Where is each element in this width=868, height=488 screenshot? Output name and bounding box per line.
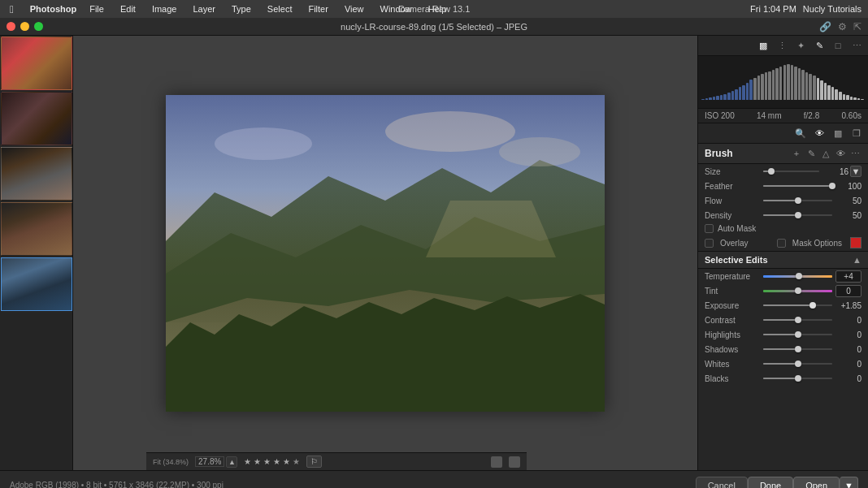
contrast-slider-thumb[interactable] [795, 317, 801, 323]
star-5[interactable]: ★ [283, 457, 290, 466]
menu-select[interactable]: Select [264, 4, 296, 14]
blacks-slider-thumb[interactable] [795, 375, 801, 382]
brush-erase-icon[interactable]: △ [819, 147, 832, 160]
open-button[interactable]: Open [793, 477, 840, 489]
star-1[interactable]: ★ [244, 457, 251, 466]
svg-point-2 [385, 111, 515, 152]
size-slider-track[interactable] [763, 171, 819, 172]
feather-slider-row: Feather 100 [698, 179, 868, 193]
more-tools-icon[interactable]: ⋯ [848, 37, 865, 54]
menu-filter[interactable]: Filter [305, 4, 331, 14]
done-button[interactable]: Done [748, 477, 793, 489]
secondary-tools-row: 🔍 👁 ▩ ❒ [698, 123, 868, 144]
close-button[interactable] [7, 22, 15, 31]
filmstrip-thumb-5[interactable] [1, 257, 72, 311]
filmstrip-thumb-3[interactable] [1, 147, 72, 201]
flag-button[interactable]: ⚐ [306, 456, 322, 468]
presets-tool-icon[interactable]: ❒ [848, 125, 865, 141]
star-6[interactable]: ★ [293, 457, 300, 466]
highlights-slider-thumb[interactable] [795, 331, 801, 338]
tint-value[interactable]: 0 [835, 285, 861, 297]
feather-slider-track[interactable] [763, 185, 832, 187]
menu-file[interactable]: File [86, 4, 107, 14]
filmstrip-thumb-2[interactable] [1, 92, 72, 145]
brush-section-header: Brush + ✎ △ 👁 ⋯ [698, 144, 868, 164]
selective-expand-icon[interactable]: ▲ [853, 255, 861, 265]
flow-slider-thumb[interactable] [795, 197, 801, 204]
layer-tool-icon[interactable]: ▩ [830, 125, 846, 141]
menu-view[interactable]: View [341, 4, 367, 14]
size-slider-thumb[interactable] [768, 168, 775, 175]
exposure-value: +1.85 [835, 301, 861, 310]
highlights-slider-row: Highlights 0 [698, 327, 868, 342]
maximize-button[interactable] [34, 22, 43, 31]
share-icon[interactable]: 🔗 [819, 21, 831, 32]
view-mode-2-icon[interactable] [509, 456, 520, 468]
density-slider-row: Density 50 [698, 208, 868, 222]
flow-slider-track[interactable] [763, 200, 832, 201]
settings-icon[interactable]: ⚙ [838, 21, 847, 32]
minimize-button[interactable] [20, 22, 29, 31]
zoom-up-button[interactable]: ▲ [226, 456, 237, 468]
star-3[interactable]: ★ [263, 457, 271, 466]
fit-label: Fit (34.8%) [153, 458, 189, 466]
brush-more-icon[interactable]: ⋯ [848, 147, 861, 160]
filmstrip-thumb-4[interactable] [1, 202, 72, 256]
menu-type[interactable]: Type [228, 4, 254, 14]
whites-slider-thumb[interactable] [795, 361, 801, 367]
shadows-slider-track[interactable] [763, 348, 832, 350]
shadows-slider-row: Shadows 0 [698, 342, 868, 356]
highlights-slider-fill [763, 334, 798, 335]
density-slider-thumb[interactable] [795, 212, 801, 218]
eye-tool-icon[interactable]: 👁 [811, 125, 827, 141]
flow-slider-row: Flow 50 [698, 193, 868, 208]
exposure-slider-track[interactable] [763, 304, 832, 306]
brush-add-icon[interactable]: + [790, 147, 803, 160]
cancel-button[interactable]: Cancel [696, 477, 748, 489]
menu-image[interactable]: Image [149, 4, 180, 14]
contrast-slider-row: Contrast 0 [698, 313, 868, 327]
highlights-slider-track[interactable] [763, 334, 832, 335]
star-2[interactable]: ★ [254, 457, 261, 466]
heal-tool-icon[interactable]: ✦ [792, 37, 809, 54]
shadows-slider-thumb[interactable] [795, 346, 801, 352]
tint-slider-track[interactable] [763, 290, 832, 292]
landscape-svg [166, 95, 605, 412]
whites-slider-track[interactable] [763, 363, 832, 365]
menu-layer[interactable]: Layer [189, 4, 219, 14]
blacks-slider-track[interactable] [763, 378, 832, 379]
temperature-slider-track[interactable] [763, 275, 832, 278]
selective-edits-title: Selective Edits [705, 255, 850, 265]
menu-edit[interactable]: Edit [117, 4, 139, 14]
expand-icon[interactable]: ⇱ [853, 21, 861, 32]
tint-slider-thumb[interactable] [795, 287, 801, 294]
menu-username: Nucly Tutorials [803, 4, 861, 14]
zoom-value[interactable]: 27.8% [195, 456, 224, 467]
filmstrip-thumb-1[interactable] [1, 37, 72, 90]
brush-title: Brush [705, 148, 788, 159]
view-mode-1-icon[interactable] [491, 456, 502, 468]
overlay-checkbox[interactable] [705, 239, 714, 248]
apple-menu[interactable]:  [7, 3, 17, 15]
histogram-tool-icon[interactable]: ▩ [755, 37, 771, 54]
temperature-slider-thumb[interactable] [796, 273, 802, 279]
density-slider-track[interactable] [763, 214, 832, 216]
brush-eye-icon[interactable]: 👁 [834, 147, 847, 160]
temperature-value[interactable]: +4 [835, 270, 861, 283]
feather-slider-thumb[interactable] [829, 183, 835, 189]
open-dropdown-button[interactable]: ▼ [840, 477, 858, 489]
contrast-label: Contrast [705, 316, 760, 325]
brush-tool-icon[interactable]: ✎ [811, 37, 827, 54]
overlay-options-row: Overlay Mask Options [698, 235, 868, 252]
exposure-slider-thumb[interactable] [809, 302, 816, 309]
contrast-slider-track[interactable] [763, 319, 832, 321]
crop-tool-icon[interactable]: ⋮ [774, 37, 790, 54]
filter-tool-icon[interactable]: □ [830, 37, 846, 54]
size-down-arrow[interactable]: ▼ [850, 166, 861, 177]
star-4[interactable]: ★ [273, 457, 280, 466]
brush-pen-icon[interactable]: ✎ [805, 147, 818, 160]
auto-mask-checkbox[interactable] [705, 224, 714, 233]
zoom-tool-icon[interactable]: 🔍 [792, 125, 809, 141]
mask-color-swatch[interactable] [850, 237, 861, 248]
mask-options-checkbox[interactable] [777, 239, 786, 248]
